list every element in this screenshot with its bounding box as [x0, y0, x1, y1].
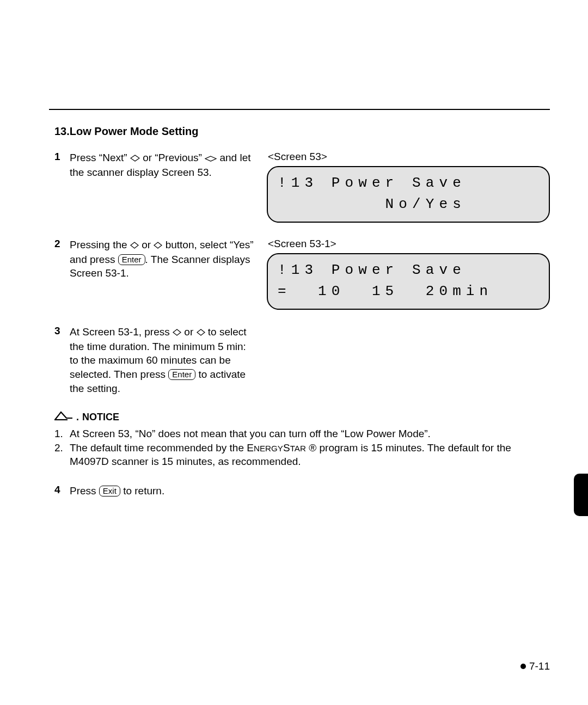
svg-marker-4	[173, 329, 181, 335]
step-3-number: 3	[54, 325, 70, 337]
lcd-screen-53-1: !13 Power Save = 10 15 20min	[267, 253, 550, 310]
svg-marker-1	[205, 156, 216, 161]
side-tab-marker	[574, 474, 588, 516]
horizontal-rule	[49, 109, 550, 110]
screen-53-1-label: <Screen 53-1>	[268, 238, 550, 250]
notice-1-text: At Screen 53, “No” does not mean that yo…	[70, 427, 431, 441]
step-2-text-a: Pressing the	[70, 239, 130, 250]
notice-2-text-a: The default time recommended by the	[70, 442, 247, 453]
step-3-text-b: or	[181, 326, 196, 338]
enter-key-icon: Enter	[118, 254, 145, 265]
notice-list: 1. At Screen 53, “No” does not mean that…	[54, 427, 550, 469]
svg-marker-2	[131, 242, 138, 248]
notice-1-number: 1.	[54, 427, 70, 441]
lcd-53-line-2: No/Yes	[278, 194, 539, 215]
notice-dot: .	[76, 412, 79, 423]
step-4-text-b: to return.	[120, 485, 164, 496]
step-1-text: Press “Next” or “Previous” and let the s…	[70, 151, 256, 179]
step-4-number: 4	[54, 484, 70, 496]
notice-2-number: 2.	[54, 441, 70, 469]
step-1-text-a: Press “Next”	[70, 152, 130, 163]
diamond-icon	[173, 326, 181, 340]
svg-marker-0	[131, 155, 139, 161]
section-title-text: Low Power Mode Setting	[70, 125, 199, 137]
step-4-text-a: Press	[70, 485, 99, 496]
step-4-text: Press Exit to return.	[70, 484, 164, 498]
page-number: 7-11	[520, 660, 550, 672]
step-3-text-a: At Screen 53-1, press	[70, 326, 173, 338]
svg-marker-3	[154, 242, 162, 248]
notice-icon	[54, 410, 73, 424]
lcd-53-line-1: !13 Power Save	[278, 173, 539, 194]
step-2-text: Pressing the or button, select “Yes” and…	[70, 238, 256, 280]
enter-key-icon: Enter	[168, 369, 195, 380]
step-2-number: 2	[54, 238, 70, 250]
page-number-text: 7-11	[529, 660, 550, 672]
previous-diamond-icon	[205, 151, 217, 165]
svg-marker-5	[197, 329, 205, 335]
section-title: 13.Low Power Mode Setting	[54, 125, 550, 138]
diamond-icon	[154, 238, 162, 253]
lcd-53-1-line-1: !13 Power Save	[278, 260, 539, 281]
diamond-icon	[130, 238, 139, 253]
step-2-text-b: or	[139, 239, 154, 250]
bullet-icon	[520, 664, 526, 669]
step-1-number: 1	[54, 151, 70, 163]
energystar-text: ENERGYSTAR	[247, 442, 306, 453]
exit-key-icon: Exit	[99, 486, 120, 496]
lcd-53-1-line-2: = 10 15 20min	[278, 281, 539, 302]
lcd-screen-53: !13 Power Save No/Yes	[267, 166, 550, 223]
diamond-icon	[197, 326, 205, 340]
section-number: 13.	[54, 125, 70, 137]
notice-2-text: The default time recommended by the ENER…	[70, 441, 550, 469]
step-1-text-b: or “Previous”	[140, 152, 205, 163]
screen-53-label: <Screen 53>	[268, 151, 550, 163]
step-3-text: At Screen 53-1, press or to select the t…	[70, 325, 256, 395]
next-diamond-icon	[130, 151, 140, 165]
notice-label: NOTICE	[82, 412, 119, 423]
